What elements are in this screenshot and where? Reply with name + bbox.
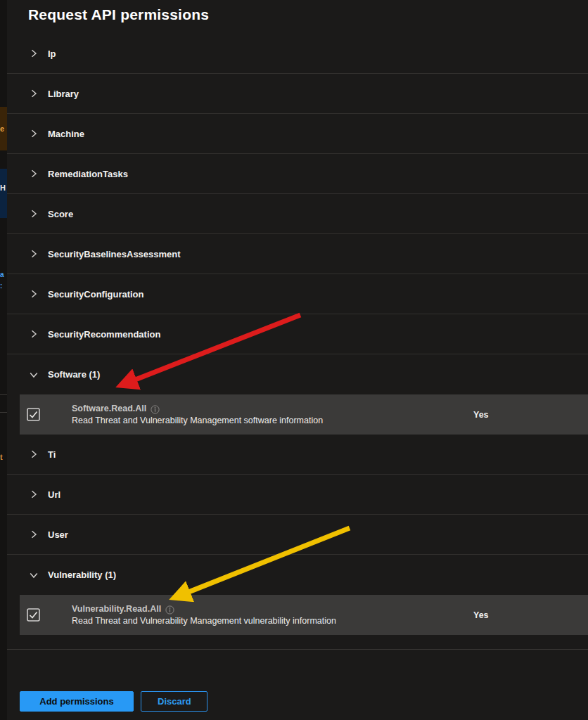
category-row-ip[interactable]: Ip [7,34,588,74]
checkbox-checked-icon[interactable] [27,608,40,622]
permission-description: Read Threat and Vulnerability Management… [72,416,323,425]
category-row-securityrecommendation[interactable]: SecurityRecommendation [7,314,588,354]
admin-consent-value: Yes [473,410,489,420]
chevron-right-icon [28,48,39,59]
background-fragment-text: : [0,282,2,290]
category-row-software-expanded[interactable]: Software (1) [7,354,588,394]
category-label: Machine [48,129,84,139]
permission-row-software-read-all[interactable]: Software.Read.All Read Threat and Vulner… [20,394,588,435]
category-label: Url [48,489,60,500]
background-page-edge: e H a : t [0,0,7,720]
request-api-permissions-screen: e H a : t Request API permissions Ip Lib… [0,0,588,720]
background-fragment-text: t [0,454,3,461]
category-label: Vulnerability (1) [48,570,116,580]
background-fragment-text: a [0,271,4,278]
chevron-right-icon [28,168,39,179]
chevron-right-icon [28,489,39,500]
background-fragment-text: e [0,125,4,133]
permission-row-vulnerability-read-all[interactable]: Vulnerability.Read.All Read Threat and V… [20,595,588,635]
panel-footer: Add permissions Discard [7,649,588,720]
category-label: User [48,529,68,540]
category-label: RemediationTasks [48,169,128,179]
category-label: Library [48,89,79,99]
chevron-down-icon [28,570,39,581]
admin-consent-value: Yes [473,610,489,620]
chevron-right-icon [28,328,39,340]
chevron-right-icon [28,248,39,259]
chevron-right-icon [28,88,39,99]
category-label: SecurityRecommendation [48,329,160,340]
category-row-securitybaselinesassessment[interactable]: SecurityBaselinesAssessment [7,234,588,274]
chevron-right-icon [28,208,39,219]
chevron-down-icon [28,369,39,380]
page-title: Request API permissions [7,0,588,34]
background-fragment-text: H [0,184,6,192]
chevron-right-icon [28,449,39,460]
category-row-ti[interactable]: Ti [7,435,588,475]
permission-name: Software.Read.All [72,404,146,413]
checkbox-checked-icon[interactable] [27,408,40,421]
category-label: Score [48,209,73,219]
category-row-securityconfiguration[interactable]: SecurityConfiguration [7,274,588,314]
category-label: Ti [48,449,56,460]
background-fragment-line [0,394,7,395]
category-row-machine[interactable]: Machine [7,114,588,154]
permission-description: Read Threat and Vulnerability Management… [72,616,336,626]
chevron-right-icon [28,128,39,139]
category-label: Ip [48,49,56,59]
category-row-user[interactable]: User [7,515,588,555]
category-row-vulnerability-expanded[interactable]: Vulnerability (1) [7,555,588,595]
category-label: SecurityBaselinesAssessment [48,249,181,259]
chevron-right-icon [28,288,39,300]
info-icon[interactable] [151,404,160,413]
request-api-permissions-panel: Request API permissions Ip Library Machi… [7,0,588,720]
category-row-score[interactable]: Score [7,194,588,234]
info-icon[interactable] [165,605,174,614]
category-label: SecurityConfiguration [48,289,144,300]
category-row-library[interactable]: Library [7,74,588,114]
chevron-right-icon [28,529,39,540]
background-fragment-line [0,412,7,413]
background-fragment-block [0,169,7,218]
category-row-url[interactable]: Url [7,475,588,515]
category-label: Software (1) [48,369,100,380]
add-permissions-button[interactable]: Add permissions [20,691,134,712]
category-row-remediationtasks[interactable]: RemediationTasks [7,154,588,194]
discard-button[interactable]: Discard [141,691,207,712]
permission-name: Vulnerability.Read.All [72,604,161,614]
